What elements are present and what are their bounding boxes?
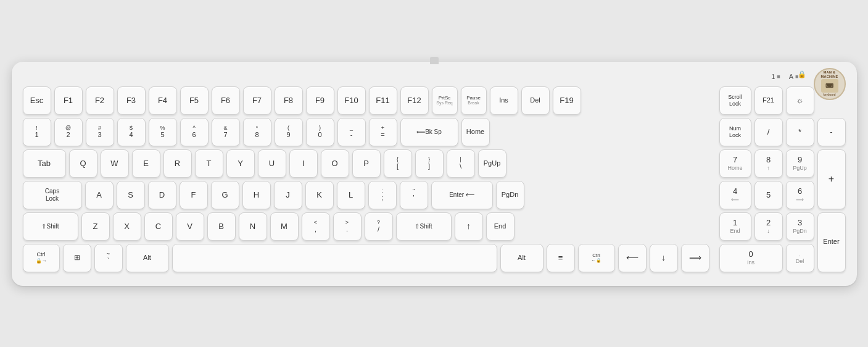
key-ctrl-left[interactable]: Ctrl🔒→	[23, 244, 60, 272]
key-right[interactable]: ⟹	[681, 244, 709, 272]
key-f1[interactable]: F1	[54, 86, 83, 115]
key-scrolllock[interactable]: ScrollLock	[719, 86, 751, 115]
key-period[interactable]: >.	[333, 212, 362, 241]
key-end[interactable]: End	[486, 212, 515, 241]
key-9[interactable]: (9	[275, 118, 303, 146]
key-f3[interactable]: F3	[117, 86, 146, 115]
key-esc[interactable]: Esc	[23, 86, 51, 115]
key-f5[interactable]: F5	[180, 86, 209, 115]
key-f21[interactable]: F21	[754, 86, 783, 115]
key-num-enter[interactable]: Enter	[817, 212, 846, 272]
key-ctrl-right[interactable]: Ctrl←🔒	[578, 244, 615, 272]
key-pgup[interactable]: PgUp	[478, 149, 506, 178]
key-semicolon[interactable]: :;	[368, 181, 397, 209]
key-x[interactable]: X	[113, 212, 141, 241]
key-f10[interactable]: F10	[337, 86, 366, 115]
key-num5[interactable]: 5	[754, 181, 783, 209]
key-num0[interactable]: 0Ins	[719, 244, 783, 272]
key-win[interactable]: ⊞	[63, 244, 91, 272]
key-7[interactable]: &7	[212, 118, 240, 146]
key-tab[interactable]: Tab	[23, 149, 66, 178]
key-space[interactable]	[172, 244, 497, 272]
key-num3[interactable]: 3PgDn	[786, 212, 814, 241]
key-u[interactable]: U	[258, 149, 286, 178]
key-f[interactable]: F	[180, 181, 208, 209]
key-y[interactable]: Y	[226, 149, 255, 178]
key-num8[interactable]: 8↑	[754, 149, 783, 178]
key-prtsc[interactable]: PrtScSys Req	[432, 86, 458, 115]
key-backspace[interactable]: ⟸Bk Sp	[400, 118, 458, 146]
key-v[interactable]: V	[176, 212, 204, 241]
key-quote[interactable]: "'	[400, 181, 428, 209]
key-backslash[interactable]: |\	[447, 149, 475, 178]
key-equals[interactable]: +=	[369, 118, 397, 146]
key-f19[interactable]: F19	[553, 86, 581, 115]
key-capslock[interactable]: CapsLock	[23, 181, 82, 209]
key-j[interactable]: J	[274, 181, 302, 209]
key-8[interactable]: *8	[243, 118, 271, 146]
key-p[interactable]: P	[352, 149, 381, 178]
key-t[interactable]: T	[195, 149, 223, 178]
key-num4[interactable]: 4⟸	[719, 181, 751, 209]
key-0[interactable]: )0	[306, 118, 334, 146]
key-num-minus[interactable]: -	[817, 118, 846, 146]
key-up[interactable]: ↑	[455, 212, 483, 241]
key-alt-left[interactable]: Alt	[126, 244, 169, 272]
key-k[interactable]: K	[305, 181, 334, 209]
key-1[interactable]: !1	[23, 118, 51, 146]
key-f11[interactable]: F11	[369, 86, 397, 115]
key-5[interactable]: %5	[149, 118, 177, 146]
key-num6[interactable]: 6⟹	[786, 181, 814, 209]
key-h[interactable]: H	[242, 181, 271, 209]
key-num7[interactable]: 7Home	[719, 149, 751, 178]
key-d[interactable]: D	[148, 181, 176, 209]
key-4[interactable]: $4	[117, 118, 146, 146]
key-m[interactable]: M	[270, 212, 299, 241]
key-rbracket[interactable]: }]	[415, 149, 444, 178]
key-numdot[interactable]: .Del	[786, 244, 814, 272]
key-f12[interactable]: F12	[400, 86, 429, 115]
key-num-slash[interactable]: /	[754, 118, 783, 146]
key-shift-left[interactable]: ⇧Shift	[23, 212, 78, 241]
key-f7[interactable]: F7	[243, 86, 271, 115]
key-slash[interactable]: ?/	[365, 212, 393, 241]
key-2[interactable]: @2	[54, 118, 83, 146]
key-g[interactable]: G	[211, 181, 239, 209]
key-6[interactable]: ^6	[180, 118, 209, 146]
key-num1[interactable]: 1End	[719, 212, 751, 241]
key-3[interactable]: #3	[86, 118, 114, 146]
key-menu[interactable]: ≡	[547, 244, 575, 272]
key-b[interactable]: B	[207, 212, 236, 241]
key-down[interactable]: ↓	[650, 244, 678, 272]
key-s[interactable]: S	[117, 181, 145, 209]
key-f8[interactable]: F8	[275, 86, 303, 115]
key-n[interactable]: N	[239, 212, 267, 241]
key-left[interactable]: ⟵	[618, 244, 647, 272]
key-o[interactable]: O	[321, 149, 349, 178]
key-enter[interactable]: Enter ⟵	[431, 181, 493, 209]
key-num-plus[interactable]: +	[817, 149, 846, 209]
key-comma[interactable]: <,	[302, 212, 330, 241]
key-backtick[interactable]: ~`	[94, 244, 123, 272]
key-num9[interactable]: 9PgUp	[786, 149, 814, 178]
key-c[interactable]: C	[144, 212, 173, 241]
key-q[interactable]: Q	[69, 149, 97, 178]
key-minus[interactable]: _-	[337, 118, 366, 146]
key-num2[interactable]: 2↓	[754, 212, 783, 241]
key-shift-right[interactable]: ⇧Shift	[396, 212, 452, 241]
key-l[interactable]: L	[337, 181, 365, 209]
key-f9[interactable]: F9	[306, 86, 334, 115]
key-f2[interactable]: F2	[86, 86, 114, 115]
key-f6[interactable]: F6	[212, 86, 240, 115]
key-e[interactable]: E	[132, 149, 160, 178]
key-z[interactable]: Z	[81, 212, 110, 241]
key-ins[interactable]: Ins	[490, 86, 518, 115]
key-w[interactable]: W	[101, 149, 129, 178]
key-r[interactable]: R	[163, 149, 192, 178]
key-pause[interactable]: PauseBreak	[461, 86, 487, 115]
key-f4[interactable]: F4	[149, 86, 177, 115]
key-del[interactable]: Del	[521, 86, 550, 115]
key-lbracket[interactable]: {[	[384, 149, 412, 178]
key-num-multiply[interactable]: *	[786, 118, 814, 146]
key-home[interactable]: Home	[461, 118, 490, 146]
